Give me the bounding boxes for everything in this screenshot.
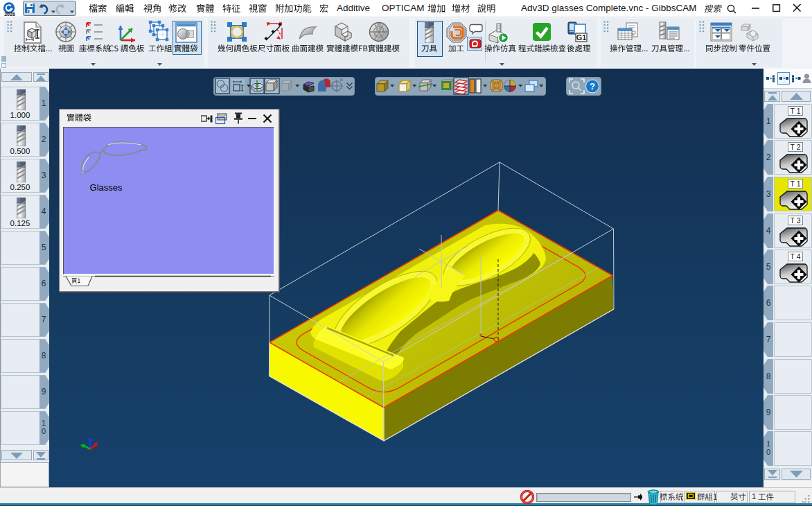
svg-text:?: ?	[590, 81, 595, 91]
svg-text:G1: G1	[576, 33, 587, 42]
svg-text:2026: 2026	[4, 12, 15, 17]
